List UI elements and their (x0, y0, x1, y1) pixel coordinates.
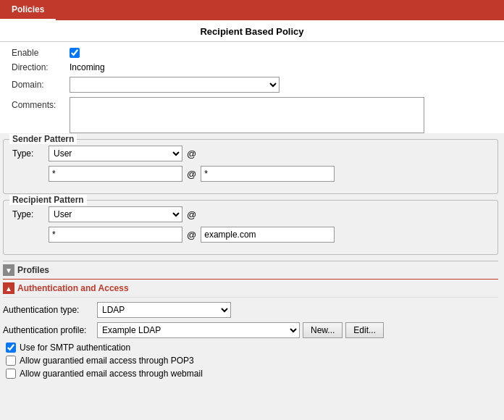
auth-type-label: Authentication type: (3, 305, 97, 315)
recipient-pattern-row: @ (49, 227, 489, 243)
recipient-type-select[interactable]: User Group Email (49, 206, 182, 222)
auth-content: Authentication type: LDAP None Basic Cer… (3, 298, 498, 386)
sender-type-row: Type: User Group Email IP Address @ (12, 146, 489, 161)
pop3-row: Allow guarantied email access through PO… (6, 356, 498, 366)
sender-pattern-section: Sender Pattern Type: User Group Email IP… (3, 139, 498, 194)
recipient-type-label: Type: (12, 209, 49, 219)
tab-bar: Policies (0, 0, 504, 20)
pop3-checkbox[interactable] (6, 356, 16, 366)
smtp-row: Use for SMTP authentication (6, 343, 498, 353)
auth-profile-row: Authentication profile: Example LDAP New… (3, 322, 498, 338)
domain-row: Domain: (12, 77, 492, 93)
enable-checkbox[interactable] (70, 48, 80, 58)
auth-title: Authentication and Access (17, 283, 129, 293)
webmail-row: Allow guarantied email access through we… (6, 369, 498, 379)
sender-type-select[interactable]: User Group Email IP Address (49, 146, 182, 161)
sender-type-label: Type: (12, 148, 49, 159)
sender-at1: @ (187, 148, 196, 159)
recipient-at1: @ (187, 209, 196, 220)
enable-label: Enable (12, 48, 70, 58)
webmail-label: Allow guarantied email access through we… (20, 369, 203, 379)
sender-at2: @ (187, 169, 196, 180)
domain-select[interactable] (70, 77, 280, 93)
sender-user-field[interactable] (49, 166, 182, 182)
domain-label: Domain: (12, 80, 70, 90)
auth-collapse-icon[interactable]: ▲ (3, 282, 14, 294)
smtp-label: Use for SMTP authentication (20, 343, 130, 353)
form-area: Enable Direction: Incoming Domain: Comme… (0, 42, 504, 133)
comments-row: Comments: (12, 97, 492, 133)
webmail-checkbox[interactable] (6, 369, 16, 379)
auth-type-row: Authentication type: LDAP None Basic Cer… (3, 302, 498, 318)
recipient-type-row: Type: User Group Email @ (12, 206, 489, 222)
auth-profile-label: Authentication profile: (3, 325, 97, 335)
profiles-header: ▼ Profiles (3, 264, 498, 276)
recipient-user-field[interactable] (49, 227, 182, 243)
auth-profile-select[interactable]: Example LDAP (97, 322, 300, 338)
new-button[interactable]: New... (303, 322, 343, 338)
sender-domain-field[interactable] (201, 166, 335, 182)
pop3-label: Allow guarantied email access through PO… (20, 356, 194, 366)
recipient-pattern-legend: Recipient Pattern (9, 195, 87, 205)
direction-row: Direction: Incoming (12, 62, 492, 72)
comments-input[interactable] (70, 97, 424, 133)
edit-button[interactable]: Edit... (345, 322, 384, 338)
profiles-title: Profiles (17, 265, 49, 275)
profiles-collapse-icon[interactable]: ▼ (3, 264, 14, 276)
enable-row: Enable (12, 48, 492, 58)
smtp-checkbox[interactable] (6, 343, 16, 353)
page-title: Recipient Based Policy (0, 20, 504, 42)
auth-type-select[interactable]: LDAP None Basic Certificate (97, 302, 231, 318)
auth-header: ▲ Authentication and Access (3, 280, 498, 298)
sender-pattern-row: @ (49, 166, 489, 182)
comments-label: Comments: (12, 97, 70, 110)
sender-pattern-legend: Sender Pattern (9, 134, 77, 144)
policies-tab[interactable]: Policies (0, 0, 56, 20)
direction-label: Direction: (12, 62, 70, 72)
direction-value: Incoming (70, 62, 105, 72)
auth-section: ▲ Authentication and Access Authenticati… (3, 279, 498, 386)
recipient-at2: @ (187, 230, 196, 240)
recipient-pattern-section: Recipient Pattern Type: User Group Email… (3, 200, 498, 255)
recipient-domain-field[interactable] (201, 227, 335, 243)
profiles-section: ▼ Profiles (3, 261, 498, 276)
